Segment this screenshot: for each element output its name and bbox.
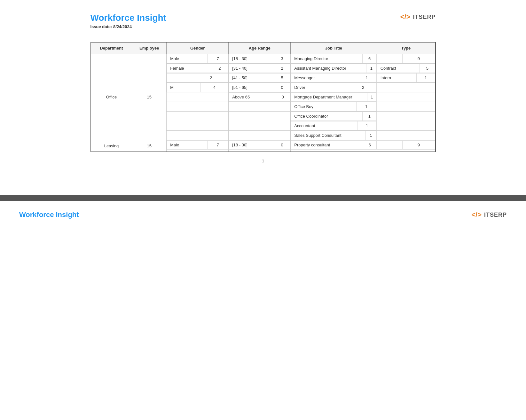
type-cell bbox=[377, 83, 435, 92]
type-cell bbox=[377, 112, 435, 121]
gender-cell: 2 bbox=[167, 73, 229, 83]
type-cell: Contract5 bbox=[377, 64, 435, 73]
issue-date: Issue date: 8/24/2024 bbox=[90, 24, 167, 29]
gender-cell: Male7 bbox=[167, 54, 229, 64]
age-cell: [18 - 30]0 bbox=[229, 140, 291, 152]
jobtitle-cell: Sales Support Consultant1 bbox=[291, 131, 377, 140]
col-header-type: Type bbox=[377, 42, 435, 54]
jobtitle-cell: Property consultant6 bbox=[291, 140, 377, 152]
jobtitle-cell: Driver2 bbox=[291, 83, 377, 92]
dept-cell: Leasing bbox=[91, 140, 132, 152]
footer-logo-bracket: </> bbox=[471, 211, 482, 219]
logo-bracket: </> bbox=[400, 13, 411, 21]
table-row: Leasing15Male7[18 - 30]0Property consult… bbox=[91, 140, 436, 152]
header-left: Workforce Insight Issue date: 8/24/2024 bbox=[90, 13, 167, 29]
age-cell bbox=[229, 121, 291, 131]
type-cell bbox=[377, 102, 435, 112]
page-header: Workforce Insight Issue date: 8/24/2024 … bbox=[90, 13, 436, 29]
gender-cell bbox=[167, 112, 229, 121]
type-cell: 9 bbox=[377, 54, 435, 64]
page-container: Workforce Insight Issue date: 8/24/2024 … bbox=[71, 0, 455, 183]
col-header-gender: Gender bbox=[167, 42, 229, 54]
emp-cell: 15 bbox=[132, 54, 167, 140]
table-body: Office15Male7[18 - 30]3Managing Director… bbox=[91, 54, 436, 152]
table-header-row: Department Employee Gender Age Range Job… bbox=[91, 42, 436, 54]
emp-cell: 15 bbox=[132, 140, 167, 152]
logo-text: ITSERP bbox=[413, 14, 436, 20]
col-header-age: Age Range bbox=[229, 42, 291, 54]
gender-cell bbox=[167, 102, 229, 112]
main-table: Department Employee Gender Age Range Job… bbox=[90, 42, 436, 152]
jobtitle-cell: Managing Director6 bbox=[291, 54, 377, 64]
gender-cell: Female2 bbox=[167, 64, 229, 73]
col-header-dept: Department bbox=[91, 42, 132, 54]
age-cell bbox=[229, 131, 291, 140]
footer-logo: </> ITSERP bbox=[471, 211, 507, 219]
footer-section: Workforce Insight </> ITSERP bbox=[0, 201, 526, 229]
col-header-emp: Employee bbox=[132, 42, 167, 54]
jobtitle-cell: Office Coordinator1 bbox=[291, 112, 377, 121]
gender-cell bbox=[167, 92, 229, 102]
page-title: Workforce Insight bbox=[90, 13, 167, 23]
type-cell bbox=[377, 131, 435, 140]
gender-cell bbox=[167, 121, 229, 131]
type-cell bbox=[377, 121, 435, 131]
jobtitle-cell: Assistant Managing Director1 bbox=[291, 64, 377, 73]
jobtitle-cell: Mortgage Department Manager1 bbox=[291, 92, 377, 102]
footer-logo-text: ITSERP bbox=[484, 212, 507, 218]
issue-date-value: 8/24/2024 bbox=[113, 24, 132, 29]
issue-label: Issue date: bbox=[90, 24, 112, 29]
age-cell: [51 - 65]0 bbox=[229, 83, 291, 92]
age-cell bbox=[229, 112, 291, 121]
gender-cell bbox=[167, 131, 229, 140]
jobtitle-cell: Messenger1 bbox=[291, 73, 377, 83]
age-cell: Above 650 bbox=[229, 92, 291, 102]
gender-cell: M4 bbox=[167, 83, 229, 92]
type-cell bbox=[377, 92, 435, 102]
page-number: 1 bbox=[90, 159, 436, 163]
age-cell: [41 - 50]5 bbox=[229, 73, 291, 83]
table-row: Office15Male7[18 - 30]3Managing Director… bbox=[91, 54, 436, 64]
jobtitle-cell: Office Boy1 bbox=[291, 102, 377, 112]
type-cell: Intern1 bbox=[377, 73, 435, 83]
footer-title: Workforce Insight bbox=[19, 211, 79, 219]
gender-cell: Male7 bbox=[167, 140, 229, 152]
jobtitle-cell: Accountant1 bbox=[291, 121, 377, 131]
type-cell: 9 bbox=[377, 140, 435, 152]
age-cell: [18 - 30]3 bbox=[229, 54, 291, 64]
footer-bar bbox=[0, 195, 526, 201]
dept-cell: Office bbox=[91, 54, 132, 140]
age-cell: [31 - 40]2 bbox=[229, 64, 291, 73]
age-cell bbox=[229, 102, 291, 112]
col-header-jobtitle: Job Title bbox=[291, 42, 377, 54]
logo: </> ITSERP bbox=[400, 13, 436, 21]
